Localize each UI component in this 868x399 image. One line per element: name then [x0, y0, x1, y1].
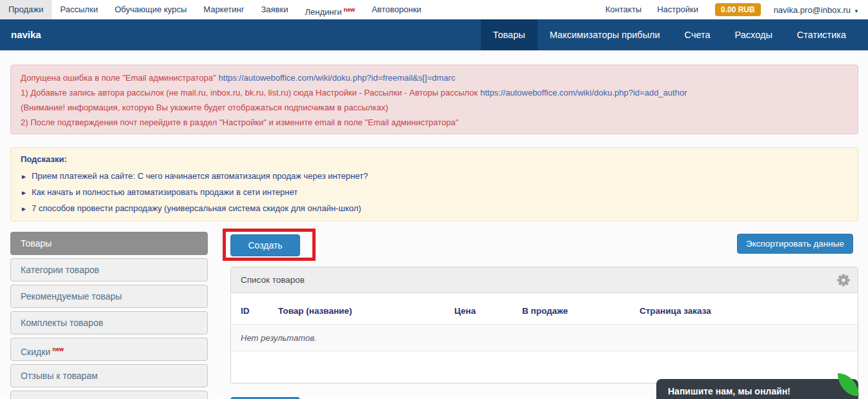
sidebar-item-categories[interactable]: Категории товаров: [10, 258, 208, 281]
nav-item-profit-maximizers[interactable]: Максимизаторы прибыли: [538, 19, 672, 50]
topbar-item-landings[interactable]: Лендингиnew: [296, 0, 363, 19]
chat-label: Напишите нам, мы онлайн!: [668, 386, 791, 396]
table-header-row: ID Товар (название) Цена В продаже Стран…: [231, 293, 858, 325]
alert-text: (Внимание! информация, которую Вы укажит…: [21, 103, 388, 112]
nav-item-expenses[interactable]: Расходы: [723, 19, 785, 50]
content-area: Товары Категории товаров Рекомендуемые т…: [10, 232, 858, 399]
actions-row: Создать Экспортировать данные: [230, 232, 858, 267]
alert-link[interactable]: https://autoweboffice.com/wiki/doku.php?…: [219, 73, 456, 83]
panel-title: Список товаров: [241, 275, 305, 285]
topbar-item-settings[interactable]: Настройки: [649, 0, 706, 19]
balance-badge[interactable]: 0.00 RUB: [715, 3, 761, 16]
topbar-right: Контакты Настройки 0.00 RUB navika.pro@i…: [598, 0, 868, 19]
products-panel: Список товаров: [230, 267, 858, 384]
sidebar-item-label: Скидки: [21, 347, 50, 357]
hint-text: Прием платежей на сайте: С чего начинает…: [32, 171, 368, 181]
triangle-bullet-icon: ►: [21, 189, 27, 196]
sidebar-item-discounts[interactable]: Скидкиnew: [10, 338, 208, 361]
topbar-item-courses[interactable]: Обучающие курсы: [106, 0, 196, 19]
hint-link[interactable]: ►Прием платежей на сайте: С чего начинае…: [21, 169, 848, 185]
column-header-id: ID: [231, 293, 278, 325]
alert-text: 1) Добавьте запись автора рассылок (не m…: [21, 88, 478, 97]
sidebar-item-bundles[interactable]: Комплекты товаров: [10, 311, 208, 334]
triangle-bullet-icon: ►: [21, 205, 27, 212]
topbar: Продажи Рассылки Обучающие курсы Маркети…: [0, 0, 868, 19]
alert-link[interactable]: https://autoweboffice.com/wiki/doku.php?…: [480, 88, 687, 97]
empty-results-message: Нет результатов.: [231, 325, 858, 352]
hints-title: Подсказки:: [21, 154, 848, 164]
column-header-order-page: Страница заказа: [640, 293, 858, 325]
alert-text: 2) После подтверждения почт перейдите в …: [21, 118, 458, 127]
sidebar: Товары Категории товаров Рекомендуемые т…: [10, 232, 208, 399]
hint-link[interactable]: ►7 способов провести распродажу (универс…: [21, 201, 848, 217]
sidebar-item-recommended[interactable]: Рекомендуемые товары: [10, 285, 208, 308]
table-row: Нет результатов.: [231, 325, 858, 352]
account-dropdown[interactable]: navika.pro@inbox.ru▼: [770, 5, 859, 15]
alert-line: (Внимание! информация, которую Вы укажит…: [21, 100, 848, 115]
account-email: navika.pro@inbox.ru: [774, 5, 851, 15]
alert-line: 2) После подтверждения почт перейдите в …: [21, 115, 848, 130]
products-table: ID Товар (название) Цена В продаже Стран…: [231, 293, 858, 352]
alert-line: Допущена ошибка в поле "Email администра…: [21, 70, 848, 85]
sidebar-item-reviews[interactable]: Отзывы к товарам: [10, 364, 208, 387]
topbar-menu: Продажи Рассылки Обучающие курсы Маркети…: [0, 0, 430, 19]
navbar: navika Товары Максимизаторы прибыли Счет…: [0, 19, 868, 50]
column-header-price: Цена: [454, 293, 522, 325]
column-header-product: Товар (название): [278, 293, 454, 325]
navbar-menu: Товары Максимизаторы прибыли Счета Расхо…: [481, 19, 868, 50]
hint-text: 7 способов провести распродажу (универса…: [32, 203, 361, 213]
brand-logo[interactable]: navika: [0, 19, 41, 50]
hint-text: Как начать и полностью автоматизировать …: [32, 187, 298, 197]
export-data-button[interactable]: Экспортировать данные: [737, 234, 853, 254]
topbar-item-funnels[interactable]: Автоворонки: [363, 0, 430, 19]
panel-header: Список товаров: [231, 267, 858, 293]
chat-widget[interactable]: Напишите нам, мы онлайн!: [656, 379, 858, 399]
hints-box: Подсказки: ►Прием платежей на сайте: С ч…: [10, 147, 858, 221]
create-button[interactable]: Создать: [230, 234, 300, 256]
alert-text: Допущена ошибка в поле "Email администра…: [21, 73, 216, 83]
nav-item-statistics[interactable]: Статистика: [785, 19, 858, 50]
topbar-item-label: Лендинги: [305, 7, 341, 17]
new-badge: new: [343, 6, 355, 13]
alert-line: 1) Добавьте запись автора рассылок (не m…: [21, 85, 848, 100]
chevron-down-icon: ▼: [854, 8, 859, 14]
gear-icon[interactable]: [837, 274, 850, 289]
main-panel-area: Создать Экспортировать данные Список тов…: [230, 232, 858, 399]
error-alert: Допущена ошибка в поле "Email администра…: [10, 65, 858, 134]
column-header-on-sale: В продаже: [522, 293, 640, 325]
topbar-item-marketing[interactable]: Маркетинг: [195, 0, 252, 19]
topbar-item-requests[interactable]: Заявки: [252, 0, 296, 19]
sidebar-item-partial[interactable]: [10, 391, 208, 399]
sidebar-item-products[interactable]: Товары: [10, 232, 208, 255]
hint-link[interactable]: ►Как начать и полностью автоматизировать…: [21, 185, 848, 201]
topbar-item-sales[interactable]: Продажи: [0, 0, 52, 19]
nav-item-invoices[interactable]: Счета: [672, 19, 723, 50]
topbar-item-contacts[interactable]: Контакты: [598, 0, 649, 19]
topbar-item-mailings[interactable]: Рассылки: [52, 0, 106, 19]
app-window: Продажи Рассылки Обучающие курсы Маркети…: [0, 0, 868, 399]
new-badge: new: [52, 346, 64, 353]
nav-item-products[interactable]: Товары: [481, 19, 538, 50]
triangle-bullet-icon: ►: [21, 173, 27, 180]
